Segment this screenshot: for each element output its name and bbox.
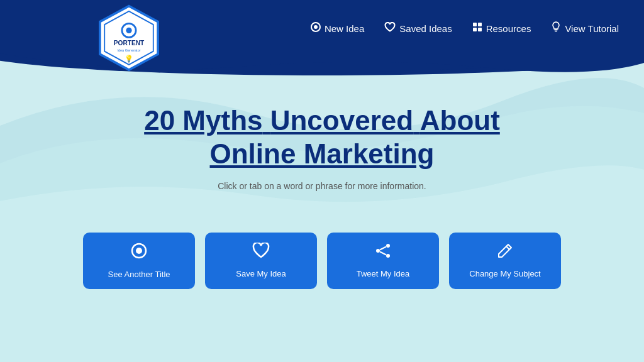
nav-saved-ideas-label: Saved Ideas (399, 23, 452, 34)
svg-line-23 (506, 246, 509, 250)
lightbulb-icon (551, 21, 561, 35)
svg-text:PORTENT: PORTENT (114, 40, 145, 47)
svg-rect-13 (478, 28, 482, 31)
title-word-1[interactable]: 20 Myths (144, 105, 262, 136)
generated-title: 20 Myths Uncovered About Online Marketin… (144, 104, 500, 171)
svg-rect-12 (473, 28, 477, 31)
main-content: 20 Myths Uncovered About Online Marketin… (0, 57, 644, 362)
see-another-title-button[interactable]: See Another Title (83, 233, 195, 289)
svg-point-20 (376, 249, 380, 253)
nav-saved-ideas[interactable]: Saved Ideas (384, 22, 452, 35)
header: PORTENT Idea Generator 💡 New Idea (0, 0, 644, 57)
title-area: 20 Myths Uncovered About Online Marketin… (144, 104, 500, 191)
share-icon (374, 243, 392, 263)
nav-resources-label: Resources (486, 23, 531, 34)
nav-view-tutorial[interactable]: View Tutorial (551, 21, 619, 35)
svg-rect-10 (473, 23, 477, 26)
svg-point-9 (314, 25, 318, 29)
nav-new-idea-label: New Idea (325, 23, 364, 34)
subtitle-hint: Click or tab on a word or phrase for mor… (144, 181, 500, 191)
svg-rect-11 (478, 23, 482, 26)
svg-point-4 (126, 28, 131, 33)
svg-point-18 (386, 244, 390, 248)
nav-resources[interactable]: Resources (472, 22, 531, 35)
title-word-4[interactable]: Online Marketing (210, 138, 435, 169)
svg-line-22 (380, 252, 386, 255)
change-my-subject-label: Change My Subject (469, 269, 540, 278)
grid-icon (472, 22, 482, 35)
save-my-idea-button[interactable]: Save My Idea (205, 233, 317, 289)
refresh-icon (130, 242, 148, 263)
heart-save-icon (252, 243, 270, 263)
svg-line-21 (380, 247, 386, 250)
title-word-2[interactable]: Uncovered (270, 105, 413, 136)
change-my-subject-button[interactable]: Change My Subject (449, 233, 561, 289)
nav-view-tutorial-label: View Tutorial (565, 23, 619, 34)
circle-icon (311, 22, 321, 35)
pencil-icon (497, 243, 513, 263)
svg-point-17 (136, 248, 142, 254)
save-my-idea-label: Save My Idea (236, 269, 286, 278)
buttons-area: See Another Title Save My Idea (83, 233, 561, 289)
heart-icon (384, 22, 396, 35)
tweet-my-idea-button[interactable]: Tweet My Idea (327, 233, 439, 289)
see-another-title-label: See Another Title (108, 270, 170, 279)
title-word-3[interactable]: About (420, 105, 500, 136)
tweet-my-idea-label: Tweet My Idea (357, 269, 410, 278)
nav-new-idea[interactable]: New Idea (311, 22, 364, 35)
svg-text:Idea Generator: Idea Generator (117, 48, 140, 52)
svg-point-19 (386, 254, 390, 258)
nav: New Idea Saved Ideas Resources (311, 21, 619, 35)
